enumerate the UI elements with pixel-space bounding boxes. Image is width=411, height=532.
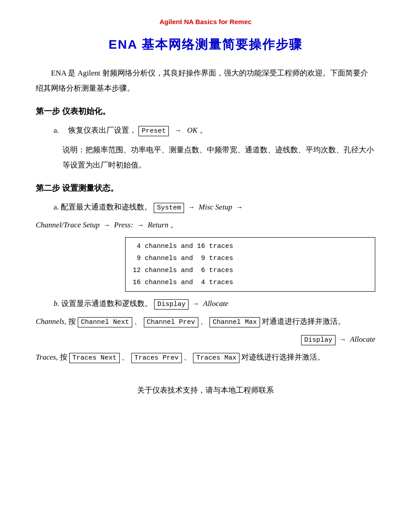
step-b-text: 设置显示通道数和逻线数。 [61,299,152,308]
traces-prev-btn[interactable]: Traces Prev [131,353,182,363]
step-a2-label: a. [54,203,61,211]
table-row-3: 12 channels and 6 traces [133,264,368,276]
arrow-return: → [137,221,144,229]
table-row-1: 4 channels and 16 traces [133,240,368,252]
ok-text: OK [187,126,198,134]
display-button-b[interactable]: Display [154,299,189,310]
channel-suffix: 对通道进行选择并激活。 [262,317,345,326]
table-row-2: 9 channels and 9 traces [133,252,368,264]
system-button[interactable]: System [154,203,184,213]
channel-trace-flow: Channel/Trace Setup → Press: → Return 。 [36,218,375,233]
sep3: 、 [122,353,129,361]
arrow-allocate2: → [339,335,348,343]
page-header: Agilent NA Basics for Remec [36,18,375,25]
step-two-a: a. 配置最大通道数和迹线数。 System → Misc Setup → [54,200,375,215]
channel-trace-italic: Channel/Trace Setup [36,221,100,229]
return-period: 。 [170,221,178,229]
intro-text: ENA 是 Agilent 射频网络分析仪，其良好操作界面，强大的功能深受工程师… [36,66,375,96]
step-one-title: 第一步 仪表初始化。 [36,106,375,117]
sep4: 、 [184,353,191,361]
allocate-italic: Allocate [203,299,229,308]
traces-line: Traces, 按 Traces Next 、 Traces Prev 、 Tr… [36,350,375,365]
channels-press: 按 [68,317,78,326]
sep1: 、 [134,317,142,326]
channel-table: 4 channels and 16 traces 9 channels and … [125,237,375,292]
note-block: 说明：把频率范围、功率电平、测量点数、中频带宽、通道数、迹线数、平均次数、孔径大… [63,142,375,173]
allocate-italic2: Allocate [350,335,375,343]
step-b-label: b. [54,299,59,308]
note-prefix: 说明：把频率范围、功率电平、测量点数、中频带宽、通道数、迹线数、平均次数、孔径大… [63,146,374,169]
channels-line: Channels, 按 Channel Next 、 Channel Prev … [36,314,375,329]
traces-suffix: 对迹线进行选择并激活。 [241,353,325,361]
step-a-text-before: 恢复仪表出厂设置， [68,126,137,134]
traces-next-btn[interactable]: Traces Next [69,353,120,363]
press-text: Press: [114,221,133,229]
step-a-label: a. [54,126,67,134]
sep2: 、 [200,317,208,326]
ok-period: 。 [200,126,207,134]
footer: 关于仪表技术支持，请与本地工程师联系 [36,383,375,398]
display-button-2[interactable]: Display [301,335,336,345]
arrow-allocate: → [193,300,201,307]
arrow-misc: → [188,203,197,211]
channel-max-btn[interactable]: Channel Max [210,317,260,327]
display-allocate-line: Display → Allocate [36,332,375,347]
return-italic: Return [148,221,168,229]
preset-button[interactable]: Preset [138,126,169,136]
arrow-misc2: → [236,203,243,211]
misc-setup-text: Misc Setup [199,203,232,211]
page-title: ENA 基本网络测量简要操作步骤 [36,36,375,53]
brand-text: Agilent NA Basics for Remec [159,18,252,25]
step-a2-text: 配置最大通道数和迹线数。 [61,203,152,211]
arrow-press: → [103,221,112,229]
traces-max-btn[interactable]: Traces Max [193,353,239,363]
table-row-4: 16 channels and 4 traces [133,276,368,289]
traces-press: 按 [60,353,69,361]
step-one-item-a: a. 恢复仪表出厂设置， Preset → OK 。 [54,123,375,138]
step-two-b: b. 设置显示通道数和逻线数。 Display → Allocate [54,296,375,311]
channel-next-btn[interactable]: Channel Next [78,317,132,327]
traces-italic: Traces, [36,353,58,361]
step-one: 第一步 仪表初始化。 a. 恢复仪表出厂设置， Preset → OK 。 说明… [36,106,375,173]
channel-prev-btn[interactable]: Channel Prev [144,317,198,327]
arrow-ok: → [173,126,184,134]
intro-paragraph: ENA 是 Agilent 射频网络分析仪，其良好操作界面，强大的功能深受工程师… [36,66,375,96]
footer-text: 关于仪表技术支持，请与本地工程师联系 [137,386,274,394]
channels-italic: Channels, [36,317,66,326]
step-two: 第二步 设置测量状态。 a. 配置最大通道数和迹线数。 System → Mis… [36,183,375,365]
step-two-title: 第二步 设置测量状态。 [36,183,375,193]
